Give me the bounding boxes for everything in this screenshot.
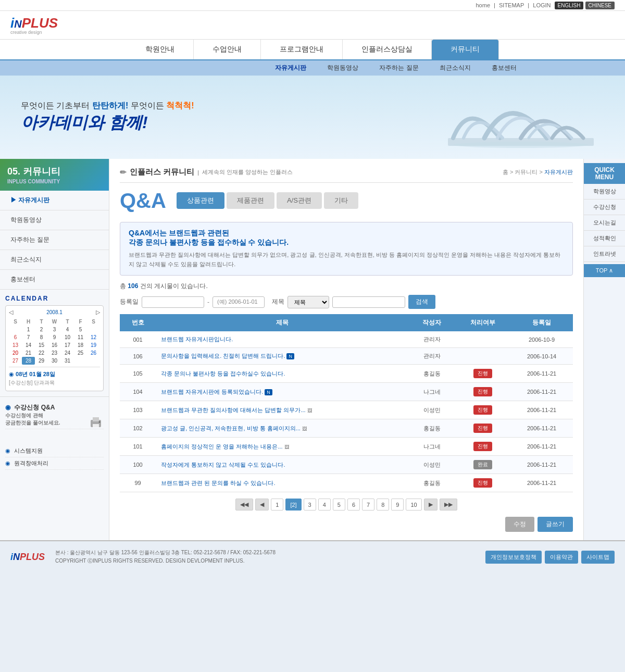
cal-day[interactable]: 11	[74, 333, 87, 341]
sidebar-item-video[interactable]: 학원동영상	[0, 210, 109, 230]
cal-day[interactable]: 21	[22, 349, 35, 357]
cell-title[interactable]: 홈페이지의 정상적인 운 영을 저해하는 내용은... 🖼	[156, 438, 409, 456]
nav-item-consult[interactable]: 인플러스상담실	[343, 40, 432, 59]
quick-item-grade[interactable]: 성적확인	[584, 231, 625, 246]
cal-day[interactable]: 22	[35, 349, 48, 357]
quick-item-register[interactable]: 수강신청	[584, 200, 625, 215]
cal-next-btn[interactable]: ▷	[96, 309, 100, 316]
english-btn[interactable]: ENGLISH	[555, 2, 584, 9]
cal-day[interactable]: 25	[74, 349, 87, 357]
sub-nav-video[interactable]: 학원동영상	[317, 60, 369, 76]
link-item-system[interactable]: ◉ 시스템지원	[5, 445, 104, 457]
page-1-btn[interactable]: 1	[271, 499, 283, 511]
page-2-btn[interactable]: [2]	[285, 499, 301, 511]
cal-day[interactable]: 3	[48, 326, 61, 333]
cell-title[interactable]: 광고성 글, 인신공격, 저속한표현, 비방 통 홈페이지의... 🖼	[156, 419, 409, 438]
cell-title[interactable]: 작성자에게 통보하지 않고 삭제될 수도 있습니다.	[156, 456, 409, 474]
cal-day[interactable]: 23	[48, 349, 61, 357]
cal-day[interactable]: 7	[22, 333, 35, 341]
search-text-input[interactable]	[332, 296, 405, 308]
link-item-remote[interactable]: ◉ 원격창애처리	[5, 457, 104, 470]
sub-nav-faq[interactable]: 자주하는 질문	[369, 60, 429, 76]
breadcrumb-home[interactable]: 홈	[503, 169, 508, 175]
cal-day-today[interactable]: 28	[22, 357, 35, 365]
cal-day[interactable]: 10	[61, 333, 74, 341]
sub-nav-board[interactable]: 자유게시판	[265, 60, 317, 76]
nav-item-community[interactable]: 커뮤니티	[432, 40, 499, 59]
cal-prev-btn[interactable]: ◁	[9, 309, 13, 316]
tab-as[interactable]: A/S관련	[277, 192, 322, 209]
cal-day[interactable]: 9	[48, 333, 61, 341]
quick-item-direction[interactable]: 오시는길	[584, 215, 625, 231]
cal-day[interactable]: 14	[22, 341, 35, 349]
cal-day[interactable]: 19	[87, 341, 100, 349]
cal-day[interactable]: 16	[48, 341, 61, 349]
cell-title[interactable]: 브랜드웹과 관련 된 문의를 하실 수 있습니다.	[156, 474, 409, 492]
cal-day[interactable]: 4	[61, 326, 74, 333]
page-8-btn[interactable]: 8	[377, 499, 389, 511]
cal-day[interactable]: 18	[74, 341, 87, 349]
tab-etc[interactable]: 기타	[324, 192, 358, 209]
cal-day[interactable]: 17	[61, 341, 74, 349]
cal-day[interactable]: 24	[61, 349, 74, 357]
tab-product[interactable]: 상품관련	[177, 192, 224, 209]
page-10-btn[interactable]: 10	[406, 499, 421, 511]
cal-day[interactable]: 31	[61, 357, 74, 365]
cell-title[interactable]: 브랜드웹 자유게시판에 등록되었습니다.N	[156, 383, 409, 401]
cal-day[interactable]: 5	[74, 326, 87, 333]
cell-title[interactable]: 브랜드웹 자유게시판입니다.	[156, 331, 409, 348]
cal-day[interactable]: 1	[22, 326, 35, 333]
breadcrumb-parent[interactable]: 커뮤니티	[515, 169, 538, 175]
footer-privacy-btn[interactable]: 개인정보보호정책	[485, 551, 542, 564]
page-3-btn[interactable]: 3	[304, 499, 316, 511]
cal-day[interactable]: 30	[48, 357, 61, 365]
nav-item-class[interactable]: 수업안내	[194, 40, 261, 59]
page-last-btn[interactable]: ▶▶	[440, 499, 457, 511]
nav-item-about[interactable]: 학원안내	[127, 40, 194, 59]
cal-day[interactable]: 27	[9, 357, 22, 365]
chinese-btn[interactable]: CHINESE	[585, 2, 615, 9]
home-link[interactable]: home	[476, 2, 490, 8]
footer-sitemap-btn[interactable]: 사이트맵	[581, 551, 615, 564]
tab-item[interactable]: 제품관련	[227, 192, 274, 209]
search-date-to[interactable]	[213, 296, 265, 308]
page-9-btn[interactable]: 9	[391, 499, 404, 511]
cal-day[interactable]: 29	[35, 357, 48, 365]
sidebar-item-pr[interactable]: 홍보센터	[0, 270, 109, 290]
cell-title[interactable]: 문의사항을 입력해세요. 친절히 답변해 드립니다.N	[156, 348, 409, 365]
quick-item-intranet[interactable]: 인트라넷	[584, 246, 625, 262]
cell-title[interactable]: 각종 문의나 불편사항 등을 접수하실수 있습니다.	[156, 365, 409, 383]
cal-day[interactable]: 26	[87, 349, 100, 357]
search-date-from[interactable]	[142, 296, 204, 308]
page-5-btn[interactable]: 5	[333, 499, 345, 511]
cal-day[interactable]: 12	[87, 333, 100, 341]
page-first-btn[interactable]: ◀◀	[235, 499, 253, 511]
footer-terms-btn[interactable]: 이용약관	[545, 551, 578, 564]
edit-button[interactable]: 수정	[505, 517, 534, 532]
page-next-btn[interactable]: ▶	[424, 499, 438, 511]
cal-day[interactable]: 20	[9, 349, 22, 357]
quick-top-btn[interactable]: TOP ∧	[584, 264, 625, 277]
quick-item-video[interactable]: 학원영상	[584, 184, 625, 200]
sitemap-link[interactable]: SITEMAP	[499, 2, 524, 8]
sidebar-item-board[interactable]: 자유게시판	[0, 191, 109, 210]
sidebar-item-faq[interactable]: 자주하는 질문	[0, 230, 109, 250]
write-button[interactable]: 글쓰기	[538, 517, 573, 532]
cell-title[interactable]: 브랜드웹과 무관한 질의사항에 대해서는 답변할 의무가... 🖼	[156, 401, 409, 419]
nav-item-program[interactable]: 프로그램안내	[261, 40, 343, 59]
cal-day[interactable]: 8	[35, 333, 48, 341]
cal-day[interactable]: 13	[9, 341, 22, 349]
sidebar-item-news[interactable]: 최근소식지	[0, 250, 109, 270]
sub-nav-pr[interactable]: 홍보센터	[481, 60, 527, 76]
cal-day[interactable]: 2	[35, 326, 48, 333]
page-7-btn[interactable]: 7	[362, 499, 374, 511]
search-button[interactable]: 검색	[408, 295, 435, 309]
cal-day[interactable]: 15	[35, 341, 48, 349]
page-6-btn[interactable]: 6	[347, 499, 360, 511]
login-link[interactable]: LOGIN	[533, 2, 551, 8]
page-4-btn[interactable]: 4	[318, 499, 331, 511]
page-prev-btn[interactable]: ◀	[255, 499, 269, 511]
cal-day[interactable]: 6	[9, 333, 22, 341]
search-type-select[interactable]: 제목 내용 작성자	[288, 296, 329, 308]
sub-nav-news[interactable]: 최근소식지	[429, 60, 481, 76]
